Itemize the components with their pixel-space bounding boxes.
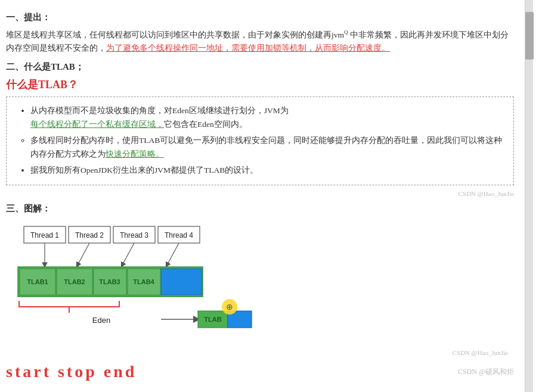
start-stop-end: start stop end <box>6 362 137 381</box>
footer-row: start stop end CSDN @硕风和炬 <box>6 360 514 384</box>
svg-line-11 <box>167 243 179 265</box>
svg-text:TLAB3: TLAB3 <box>99 278 120 285</box>
svg-rect-21 <box>161 269 202 295</box>
svg-line-10 <box>122 243 134 265</box>
section3-heading: 三、图解： <box>6 203 514 214</box>
svg-text:TLAB: TLAB <box>204 316 221 323</box>
tlab-content-box: 从内存模型而不是垃圾收集的角度，对Eden区域继续进行划分，JVM为 每个线程分… <box>6 97 514 185</box>
page-container: 一、提出： 堆区是线程共享区域，任何线程都可以访问到堆区中的共享数据，由于对象实… <box>0 0 545 392</box>
section1-body: 堆区是线程共享区域，任何线程都可以访问到堆区中的共享数据，由于对象实例的创建再j… <box>6 28 514 55</box>
svg-text:⊕: ⊕ <box>226 303 233 312</box>
watermark2: CSDN @Hao_JunJie <box>6 349 514 356</box>
diagram-section: Thread 1 Thread 2 Thread 3 Thread 4 <box>6 220 514 356</box>
svg-text:TLAB4: TLAB4 <box>133 278 154 285</box>
bullet-list: 从内存模型而不是垃圾收集的角度，对Eden区域继续进行划分，JVM为 每个线程分… <box>13 104 507 178</box>
footer-watermark: CSDN @硕风和炬 <box>458 367 514 377</box>
jvm-sup: Q <box>344 29 348 35</box>
svg-text:TLAB2: TLAB2 <box>64 278 85 285</box>
section1-heading: 一、提出： <box>6 12 514 23</box>
bullet-item-3: 据我所知所有OpenJDK衍生出来的JVM都提供了TLAB的设计。 <box>30 164 507 178</box>
bullet2-text: 多线程同时分配内存时，使用TLAB可以避免一系列的非线程安全问题，同时还能够提升… <box>30 136 502 158</box>
watermark1: CSDN @Hao_JunJie <box>6 190 514 197</box>
bullet1-text: 从内存模型而不是垃圾收集的角度，对Eden区域继续进行划分，JVM为 每个线程分… <box>30 106 289 129</box>
red-text: 为了避免多个线程操作同一地址，需要使用加锁等机制，从而影响分配速度。 <box>106 43 390 52</box>
scrollbar-thumb[interactable] <box>525 12 534 60</box>
svg-text:Thread 2: Thread 2 <box>75 231 104 239</box>
section2-heading: 二、什么是TLAB； <box>6 61 514 73</box>
svg-text:Eden: Eden <box>92 316 110 325</box>
svg-text:TLAB1: TLAB1 <box>27 278 48 285</box>
svg-line-9 <box>78 243 89 265</box>
scrollbar[interactable] <box>525 0 533 392</box>
tlab-diagram: Thread 1 Thread 2 Thread 3 Thread 4 <box>6 220 262 351</box>
tlab-title: 什么是TLAB？ <box>6 77 514 92</box>
bullet-item-1: 从内存模型而不是垃圾收集的角度，对Eden区域继续进行划分，JVM为 每个线程分… <box>30 104 507 132</box>
svg-text:Thread 4: Thread 4 <box>165 231 193 239</box>
bullet3-text: 据我所知所有OpenJDK衍生出来的JVM都提供了TLAB的设计。 <box>30 166 258 175</box>
svg-text:Thread 3: Thread 3 <box>120 231 148 239</box>
bullet-item-2: 多线程同时分配内存时，使用TLAB可以避免一系列的非线程安全问题，同时还能够提升… <box>30 134 507 161</box>
bullet2-green: 快速分配策略。 <box>106 150 164 158</box>
bullet1-green: 每个线程分配了一个私有缓存区域， <box>30 120 164 129</box>
main-content: 一、提出： 堆区是线程共享区域，任何线程都可以访问到堆区中的共享数据，由于对象实… <box>0 0 525 392</box>
svg-text:Thread 1: Thread 1 <box>30 231 59 239</box>
